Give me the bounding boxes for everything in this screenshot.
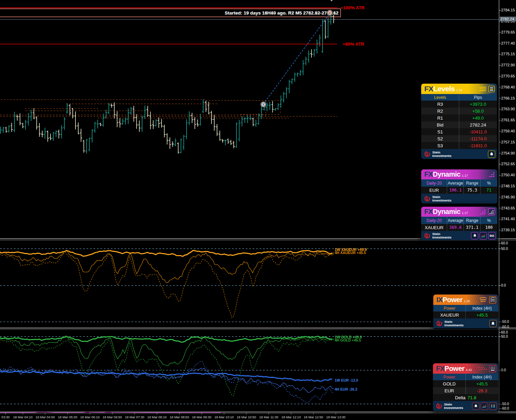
sub-scale-label: 50.0 (501, 335, 508, 338)
indicator-value-label: 1W EUR -13.0 (335, 378, 358, 382)
footer-brand-line2: Investments (432, 154, 451, 158)
currency-symbols-button[interactable]: $€£ (488, 232, 496, 239)
atr-80-line-label: +80% ATR (343, 41, 364, 47)
col-header-daily20[interactable]: Daily-20 (421, 217, 447, 224)
time-tick-label: 18 Mar 10:50 (237, 415, 256, 419)
arrow-up-signal-icon[interactable] (261, 102, 266, 107)
col-header-average[interactable]: Average (447, 217, 464, 224)
time-tick-label: 18 Mar 09:30 (192, 415, 211, 419)
fxpower-eur-row[interactable]: EUR -26.3 (433, 387, 498, 394)
version-label: 1.25 (464, 299, 470, 303)
col-header-power[interactable]: Power (433, 305, 466, 311)
clipped-top-marker (330, 0, 333, 1)
triangle-chart-boxed-icon[interactable] (488, 208, 495, 215)
bid-price-label: 2782.24 (500, 17, 516, 21)
fxlevels-panel: FXLevels 1.20 Levels Pips R3+3973.0R (421, 84, 497, 159)
currency-symbols-icon: $€£ (489, 234, 494, 237)
fxlevels-rows: R3+3973.0R2+58.0R1+49.0Bid2782.24S1-1041… (421, 101, 497, 149)
fxpower-delta-row[interactable]: Delta 71.8 (433, 394, 498, 401)
ixpower-xaueur-row[interactable]: XAUEUR +45.5 (433, 311, 498, 318)
col-header-pct[interactable]: % (481, 179, 497, 187)
col-header-range[interactable]: Range (464, 179, 480, 187)
brand-fx: FX (424, 170, 433, 178)
symbol-name: EUR (433, 387, 466, 394)
fxlevels-row-s1[interactable]: S1-10411.0 (421, 128, 497, 135)
indicator-value-label: 4H EUR -26.3 (335, 387, 357, 391)
brand-name: Dynamic (433, 208, 461, 215)
triangle-chart-icon (479, 209, 486, 215)
price-tick-label: 2775.15 (501, 52, 515, 56)
trend-line[interactable] (263, 14, 329, 104)
dots-grid-boxed-icon[interactable] (489, 365, 496, 372)
chart-lines-icon (482, 404, 487, 408)
p-fxdynamic1-panel: FXDynamic 1.17 Daily-20 Average Range % … (421, 169, 497, 204)
index-value: +45.5 (466, 311, 498, 318)
version-label: 4.42 (466, 368, 472, 372)
price-tick-label: 2770.65 (501, 74, 515, 78)
time-tick-label: 18 Mar 13:30 (326, 415, 345, 419)
col-header-average[interactable]: Average (447, 179, 464, 187)
sub-scale-label: -60.0 (501, 325, 509, 329)
col-header-daily20[interactable]: Daily-20 (421, 179, 447, 187)
fxlevels-row-s3[interactable]: S3-11631.0 (421, 142, 497, 149)
col-header-pips[interactable]: Pips (459, 94, 497, 101)
sub-scale-label: 60.0 (501, 330, 508, 334)
sub-scale-label: 50.0 (501, 247, 508, 251)
col-header-levels[interactable]: Levels (421, 94, 459, 101)
pct-value: 100 (481, 224, 497, 231)
list-button[interactable] (489, 402, 497, 410)
sub-scale-label: -60.0 (501, 407, 509, 410)
stein-investments-logo (424, 232, 431, 239)
symbol-name: XAUEUR (433, 311, 466, 318)
indicator-value-label: 4H GOLD +45.5 (335, 338, 361, 342)
p-fxdynamic2-panel: FXDynamic 1.17 Daily-20 Average Range % … (421, 207, 497, 240)
time-tick-label: 18 Mar 07:30 (125, 415, 144, 419)
version-label: 1.17 (462, 211, 468, 215)
arrow-down-signal-icon[interactable] (327, 10, 333, 16)
range-value: 75.3 (464, 187, 480, 194)
col-header-index[interactable]: Index (4H) (466, 305, 498, 311)
fxlevels-row-r2[interactable]: R2+58.0 (421, 108, 497, 114)
average-value: 106.1 (447, 187, 464, 194)
sub-scale-label: -50.0 (501, 320, 509, 324)
sub1-line-xaueur-4h (0, 251, 334, 283)
stein-investments-logo (424, 151, 431, 157)
footer-brand-line2: Investments (444, 324, 463, 327)
price-tick-label: 2768.40 (501, 85, 515, 89)
fxdynamic2-data-row[interactable]: XAUEUR 369.6 371.1 100 (421, 224, 497, 231)
col-header-index[interactable]: Index (4H) (466, 374, 499, 380)
time-tick-label: 18 Mar 11:30 (259, 415, 278, 419)
chart-lines-button[interactable] (481, 402, 488, 410)
fxlevels-row-bid[interactable]: Bid2782.24 (421, 121, 497, 128)
indicator-value-label: 4H XAUEUR +45.5 (335, 251, 366, 255)
time-tick-label: 18 Mar 05:30 (58, 415, 77, 419)
ohlc-bars (0, 13, 335, 153)
bell-icon (491, 321, 495, 326)
chart-lines-icon (481, 234, 486, 238)
panel-toggle-icon[interactable] (488, 86, 495, 92)
average-value: 369.6 (447, 224, 464, 231)
p-ixpower-panel: IXPower 1.25 Power Index (4H) XAUEUR +45… (433, 295, 498, 329)
fxdynamic1-data-row[interactable]: EUR 106.1 75.3 71 (421, 187, 497, 194)
brand-fx: IX (436, 296, 443, 304)
alert-bell-button[interactable] (488, 150, 495, 158)
fxlevels-row-r3[interactable]: R3+3973.0 (421, 101, 497, 108)
col-header-pct[interactable]: % (481, 217, 497, 224)
time-tick-label: 18 Mar 08:50 (170, 415, 189, 419)
version-label: 1.20 (456, 88, 462, 92)
fxlevels-row-s2[interactable]: S2-11174.0 (421, 135, 497, 142)
time-tick-label: 18 Mar 10:10 (214, 415, 234, 419)
fxlevels-row-r1[interactable]: R1+49.0 (421, 114, 497, 121)
chart-lines-button[interactable] (480, 232, 487, 239)
alert-bell-button[interactable] (489, 320, 497, 327)
footer-brand-line2: Investments (444, 406, 463, 410)
fxpower-gold-row[interactable]: GOLD +45.5 (433, 380, 498, 387)
price-tick-label: 2741.40 (501, 217, 515, 221)
col-header-range[interactable]: Range (464, 217, 480, 224)
stein-investments-logo (436, 320, 443, 327)
col-header-power[interactable]: Power (433, 374, 466, 380)
menu-icon[interactable] (479, 86, 487, 92)
power-waves-boxed-icon[interactable] (489, 296, 496, 304)
alert-bell-button[interactable] (472, 402, 479, 410)
alert-bell-button[interactable] (471, 232, 478, 239)
